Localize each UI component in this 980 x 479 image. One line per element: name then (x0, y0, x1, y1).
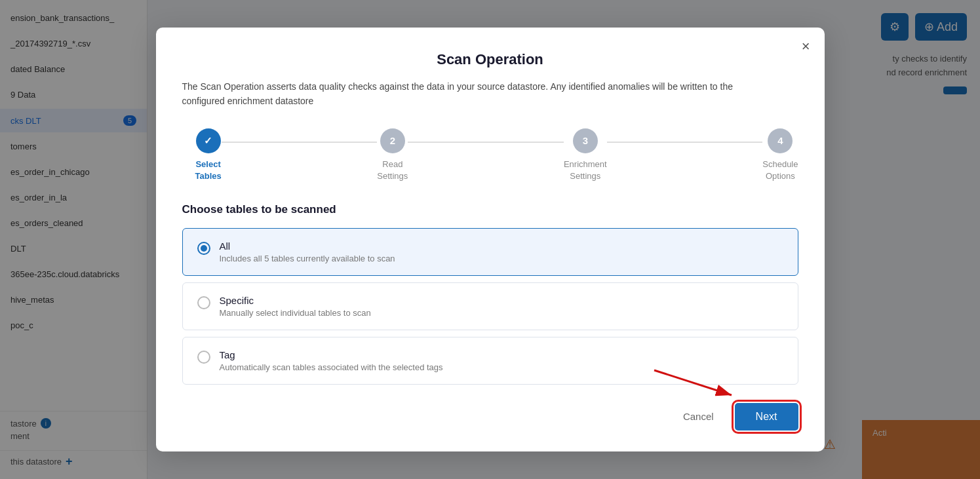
step-4-circle: 4 (768, 128, 793, 153)
radio-specific-circle (197, 296, 210, 309)
cancel-button[interactable]: Cancel (673, 404, 724, 429)
radio-tag-circle (197, 351, 210, 364)
radio-all-content: All Includes all 5 tables currently avai… (220, 240, 395, 263)
step-2: 2 ReadSettings (377, 128, 408, 182)
radio-all-inner (201, 245, 207, 252)
step-2-circle: 2 (380, 128, 405, 153)
option-all-label: All (220, 240, 395, 252)
option-specific-desc: Manually select individual tables to sca… (220, 308, 371, 318)
step-3-circle: 3 (573, 128, 598, 153)
close-button[interactable]: × (802, 39, 810, 54)
modal-overlay: × Scan Operation The Scan Operation asse… (0, 0, 980, 479)
option-all[interactable]: All Includes all 5 tables currently avai… (182, 228, 798, 276)
radio-all-circle (197, 242, 210, 255)
connector-2-3 (408, 142, 564, 143)
connector-1-2 (222, 142, 378, 143)
step-1-label: SelectTables (195, 159, 222, 182)
step-3-label: EnrichmentSettings (564, 159, 607, 182)
step-1: ✓ SelectTables (195, 128, 222, 182)
radio-specific-content: Specific Manually select individual tabl… (220, 295, 371, 318)
option-all-desc: Includes all 5 tables currently availabl… (220, 254, 395, 263)
step-3: 3 EnrichmentSettings (564, 128, 607, 182)
connector-3-4 (607, 142, 763, 143)
svg-line-1 (654, 370, 732, 395)
step-2-label: ReadSettings (377, 159, 408, 182)
scan-operation-modal: × Scan Operation The Scan Operation asse… (156, 28, 825, 451)
step-1-circle: ✓ (196, 128, 221, 153)
modal-footer: Cancel Next (182, 403, 798, 431)
modal-title: Scan Operation (182, 51, 798, 68)
step-4-label: ScheduleOptions (762, 159, 798, 182)
annotation-arrow (648, 364, 739, 403)
option-tag-label: Tag (220, 349, 443, 360)
stepper: ✓ SelectTables 2 ReadSettings 3 Enrichme… (182, 128, 798, 182)
step-4: 4 ScheduleOptions (762, 128, 798, 182)
radio-tag-content: Tag Automatically scan tables associated… (220, 349, 443, 372)
modal-description: The Scan Operation asserts data quality … (182, 80, 772, 108)
option-tag-desc: Automatically scan tables associated wit… (220, 362, 443, 372)
option-specific-label: Specific (220, 295, 371, 306)
next-button[interactable]: Next (735, 403, 798, 431)
option-specific[interactable]: Specific Manually select individual tabl… (182, 282, 798, 330)
section-title: Choose tables to be scanned (182, 203, 798, 216)
